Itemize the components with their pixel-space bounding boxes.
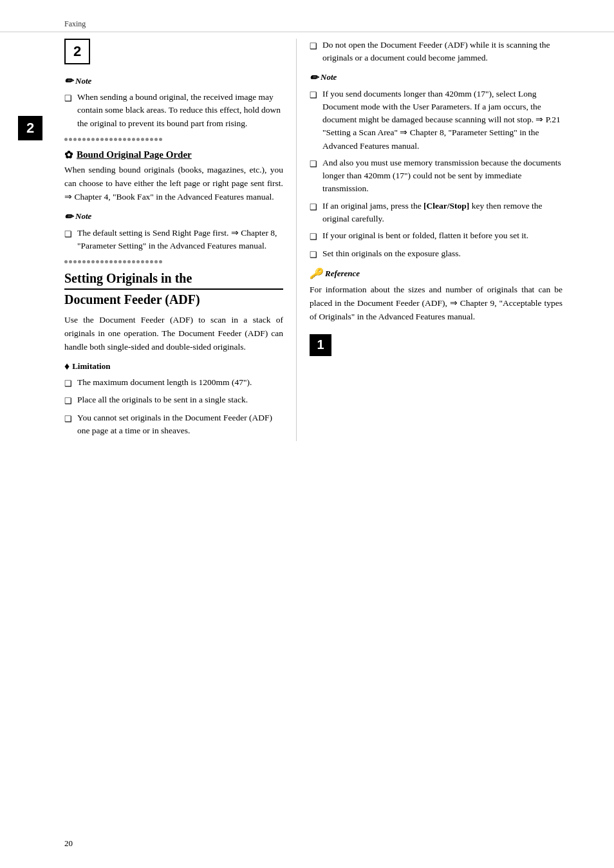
main-layout: 2 ✏ Note ❑ When sending a bound original… <box>0 39 614 441</box>
bullet-check-r2-3: ❑ <box>310 201 317 214</box>
adf-section-subtitle: Document Feeder (ADF) <box>64 292 283 307</box>
right-note2-item-3: ❑ If an original jams, press the [Clear/… <box>310 200 563 226</box>
right-note2-item1-text: If you send documents longer than 420mm … <box>322 88 563 153</box>
note1-header: ✏ Note <box>64 75 283 87</box>
page-number: 20 <box>64 838 73 849</box>
header-text: Faxing <box>64 19 86 28</box>
right-note2-item5-text: Set thin originals on the exposure glass… <box>322 247 461 260</box>
section-number-box: 2 <box>64 39 90 64</box>
bullet-check-r2-1: ❑ <box>310 89 317 102</box>
bullet-check-r2-4: ❑ <box>310 231 317 243</box>
bullet-check-r2-5: ❑ <box>310 249 317 261</box>
sidebar-number-text: 2 <box>26 120 34 137</box>
right-note2-item4-text: If your original is bent or folded, flat… <box>322 229 528 242</box>
adf-section-title: Setting Originals in the <box>64 271 283 290</box>
left-column: 2 ✏ Note ❑ When sending a bound original… <box>0 39 296 441</box>
reference-icon: 🔑 <box>310 267 322 279</box>
limitation-item-1: ❑ The maximum document length is 1200mm … <box>64 376 283 390</box>
note1-item-text: When sending a bound original, the recei… <box>77 91 283 130</box>
note2-header-text: Note <box>75 211 91 222</box>
gear-icon: ✿ <box>64 149 73 161</box>
end-number-text: 1 <box>317 337 324 352</box>
bullet-check-2: ❑ <box>64 228 72 241</box>
bullet-check-lim3: ❑ <box>64 413 72 426</box>
header-label: Faxing <box>0 19 614 32</box>
right-note2-item-5: ❑ Set thin originals on the exposure gla… <box>310 247 563 261</box>
right-note2-item2-text: And also you must use memory transmissio… <box>322 156 563 196</box>
right-note2-item-4: ❑ If your original is bent or folded, fl… <box>310 229 563 243</box>
dot-divider-1 <box>64 138 283 141</box>
reference-header: 🔑 Reference <box>310 267 563 279</box>
note2-header: ✏ Note <box>64 211 283 223</box>
right-note2-item-1: ❑ If you send documents longer than 420m… <box>310 88 563 153</box>
page: Faxing 2 2 ✏ Note ❑ When sending a bound… <box>0 0 614 868</box>
limitation-icon: ♦ <box>64 361 70 372</box>
right-note2-item-2: ❑ And also you must use memory transmiss… <box>310 156 563 196</box>
bullet-check-r2-2: ❑ <box>310 158 317 171</box>
limitation-item-2: ❑ Place all the originals to be sent in … <box>64 393 283 408</box>
right-note1-item-1: ❑ Do not open the Document Feeder (ADF) … <box>310 39 563 65</box>
right-note2-icon: ✏ <box>310 71 318 84</box>
adf-title1: Setting Originals in the <box>64 271 192 285</box>
bound-section-title-text: Bound Original Page Order <box>77 149 192 160</box>
right-note2-header-text: Note <box>321 72 337 82</box>
bullet-check-lim1: ❑ <box>64 377 72 390</box>
end-number-box: 1 <box>310 334 331 356</box>
reference-header-text: Reference <box>325 269 360 279</box>
limitation-item-3: ❑ You cannot set originals in the Docume… <box>64 411 283 438</box>
limitation-item1-text: The maximum document length is 1200mm (4… <box>77 376 252 389</box>
bullet-check: ❑ <box>64 92 72 105</box>
limitation-header: ♦ Limitation <box>64 361 283 372</box>
bound-body-text: When sending bound originals (books, mag… <box>64 164 283 204</box>
chapter-sidebar-number: 2 <box>18 116 42 140</box>
right-note2-header: ✏ Note <box>310 71 563 84</box>
bound-section-title-header: ✿ Bound Original Page Order <box>64 149 283 161</box>
limitation-item3-text: You cannot set originals in the Document… <box>77 411 283 438</box>
dot-divider-2 <box>64 260 283 263</box>
note1-item-1: ❑ When sending a bound original, the rec… <box>64 91 283 130</box>
right-column: ❑ Do not open the Document Feeder (ADF) … <box>296 39 588 441</box>
adf-body-text: Use the Document Feeder (ADF) to scan in… <box>64 314 283 354</box>
right-note1-item1-text: Do not open the Document Feeder (ADF) wh… <box>322 39 563 65</box>
limitation-header-text: Limitation <box>72 361 110 372</box>
note1-icon: ✏ <box>64 75 73 87</box>
bullet-check-r1: ❑ <box>310 40 317 53</box>
page-number-text: 20 <box>64 838 73 848</box>
note1-header-text: Note <box>75 76 91 86</box>
bullet-check-lim2: ❑ <box>64 395 72 408</box>
note2-item-text: The default setting is Send Right Page f… <box>77 227 283 253</box>
limitation-item2-text: Place all the originals to be sent in a … <box>77 393 248 406</box>
reference-body: For information about the sizes and numb… <box>310 283 563 324</box>
note2-icon: ✏ <box>64 211 73 223</box>
section-number: 2 <box>73 43 81 60</box>
adf-title2: Document Feeder (ADF) <box>64 292 200 307</box>
right-note2-item3-text: If an original jams, press the [Clear/St… <box>322 200 563 226</box>
note2-item-1: ❑ The default setting is Send Right Page… <box>64 227 283 253</box>
